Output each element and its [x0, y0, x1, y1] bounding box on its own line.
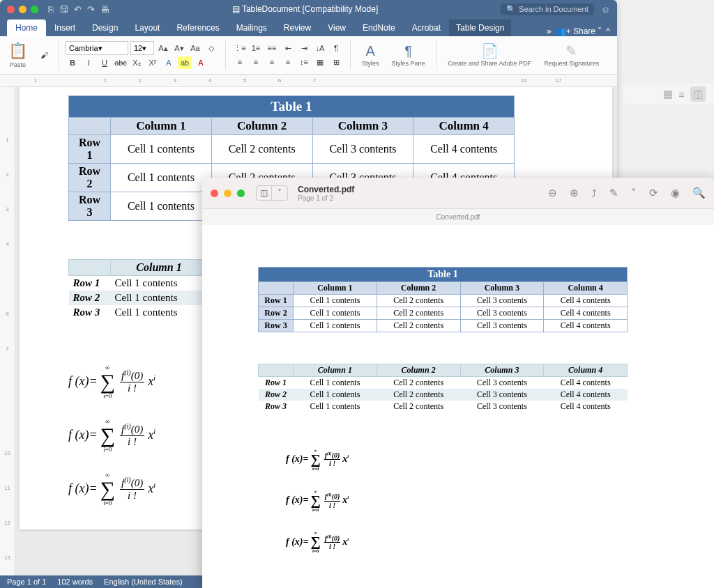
grow-font-icon[interactable]: A▴	[156, 42, 170, 54]
table-title: Table 1	[259, 268, 628, 282]
tab-layout[interactable]: Layout	[126, 20, 168, 36]
collapse-ribbon-icon[interactable]: ^	[606, 26, 610, 36]
table-cell: Cell 1 contents	[111, 192, 212, 221]
underline-button[interactable]: U	[98, 56, 112, 69]
col-header: Column 2	[377, 364, 460, 377]
tab-insert[interactable]: Insert	[46, 20, 84, 36]
chevron-down-icon[interactable]: ˅	[631, 187, 637, 199]
col-header: Column 1	[111, 118, 212, 135]
superscript-button[interactable]: X²	[146, 56, 160, 69]
table-cell: Cell 4 contents	[544, 389, 628, 401]
justify-icon[interactable]: ≡	[281, 56, 295, 68]
sort-icon[interactable]: ↓A	[313, 42, 327, 54]
columns-view-icon[interactable]: ◫	[690, 86, 706, 102]
styles-pane-button[interactable]: ¶ Styles Pane	[388, 43, 430, 68]
table-cell: Cell 2 contents	[211, 135, 312, 164]
paste-button[interactable]: 📋 Paste	[6, 42, 30, 68]
row-header: Row 2	[259, 307, 294, 320]
close-icon[interactable]	[211, 189, 218, 197]
autosave-icon[interactable]: ⎘	[48, 4, 54, 15]
table-cell: Cell 2 contents	[377, 307, 460, 320]
maximize-icon[interactable]	[31, 6, 38, 13]
align-right-icon[interactable]: ≡	[265, 56, 279, 68]
tab-acrobat[interactable]: Acrobat	[404, 20, 449, 36]
tab-table-design[interactable]: Table Design	[449, 20, 511, 36]
row-header: Row 3	[259, 320, 294, 332]
rotate-icon[interactable]: ⟳	[649, 187, 658, 199]
feedback-icon[interactable]: ☺	[601, 4, 610, 15]
horizontal-ruler[interactable]: 112345671617	[0, 75, 617, 87]
italic-button[interactable]: I	[82, 56, 96, 69]
show-marks-icon[interactable]: ¶	[329, 42, 343, 54]
highlight-icon[interactable]: ab	[178, 56, 192, 69]
numbering-icon[interactable]: 1≡	[249, 42, 263, 54]
shading-icon[interactable]: ▦	[313, 56, 327, 68]
table-header-empty	[259, 282, 294, 295]
table-cell: Cell 3 contents	[460, 401, 544, 412]
tab-mailings[interactable]: Mailings	[228, 20, 275, 36]
zoom-out-icon[interactable]: ⊖	[548, 187, 557, 199]
strikethrough-button[interactable]: abc	[114, 56, 128, 69]
zoom-in-icon[interactable]: ⊕	[570, 187, 579, 199]
page-indicator[interactable]: Page 1 of 1	[7, 578, 46, 586]
font-color-icon[interactable]: A	[194, 56, 208, 69]
search-box[interactable]: 🔍 Search in Document	[501, 3, 594, 15]
markup-icon[interactable]: ✎	[609, 187, 618, 199]
overflow-icon[interactable]: »	[547, 26, 552, 36]
subscript-button[interactable]: X₂	[130, 56, 144, 69]
highlight-icon[interactable]: ◉	[671, 187, 680, 199]
table-2[interactable]: Column 1 Row 1Cell 1 contents Row 2Cell …	[68, 259, 208, 320]
format-painter-icon[interactable]: 🖌	[37, 49, 51, 61]
clear-format-icon[interactable]: ◇	[204, 42, 218, 54]
minimize-icon[interactable]	[224, 189, 231, 197]
col-header: Column 3	[312, 118, 413, 135]
undo-icon[interactable]: ↶	[74, 4, 82, 15]
text-effects-icon[interactable]: A	[162, 56, 176, 69]
outdent-icon[interactable]: ⇤	[281, 42, 295, 54]
print-icon[interactable]: 🖶	[100, 4, 109, 15]
preview-content[interactable]: Table 1 Column 1Column 2Column 3Column 4…	[202, 225, 714, 588]
tab-design[interactable]: Design	[84, 20, 126, 36]
request-signatures-button[interactable]: ✎ Request Signatures	[540, 42, 603, 68]
tab-view[interactable]: View	[319, 20, 354, 36]
word-count[interactable]: 102 words	[57, 578, 93, 586]
tab-endnote[interactable]: EndNote	[354, 20, 404, 36]
vertical-ruler[interactable]: 12346710111213	[0, 87, 15, 575]
tab-home[interactable]: Home	[7, 20, 46, 36]
indent-icon[interactable]: ⇥	[297, 42, 311, 54]
list-view-icon[interactable]: ≡	[678, 88, 685, 100]
table-cell: Cell 1 contents	[294, 295, 377, 307]
row-header: Row 1	[69, 135, 111, 164]
save-icon[interactable]: 🖫	[59, 4, 68, 15]
align-center-icon[interactable]: ≡	[249, 56, 263, 68]
borders-icon[interactable]: ⊞	[329, 56, 343, 68]
multilevel-icon[interactable]: ≡≡	[265, 42, 279, 54]
grid-view-icon[interactable]: ▦	[663, 88, 673, 100]
language-indicator[interactable]: English (United States)	[104, 578, 183, 586]
bullets-icon[interactable]: ⋮≡	[233, 42, 247, 54]
row-header: Row 3	[69, 192, 111, 221]
minimize-icon[interactable]	[19, 6, 26, 13]
shrink-font-icon[interactable]: A▾	[172, 42, 186, 54]
align-left-icon[interactable]: ≡	[233, 56, 247, 68]
change-case-icon[interactable]: Aa	[188, 42, 202, 54]
sigma-icon: ∑∞i=0	[100, 477, 115, 501]
pdf-equation: f (x)= ∑∞i=0 f(i)(0)i ! xi	[286, 492, 658, 509]
ribbon-tabs: Home Insert Design Layout References Mai…	[0, 18, 617, 36]
sidebar-toggle[interactable]: ◫˅	[256, 185, 288, 201]
share-icon[interactable]: ⤴	[591, 187, 597, 199]
adobe-share-button[interactable]: 📄 Create and Share Adobe PDF	[444, 42, 536, 68]
close-icon[interactable]	[7, 6, 15, 13]
redo-icon[interactable]: ↷	[87, 4, 95, 15]
font-name-select[interactable]: Cambria ▾	[66, 41, 128, 55]
styles-button[interactable]: A Styles	[358, 43, 383, 68]
bold-button[interactable]: B	[66, 56, 79, 69]
table-cell: Cell 1 contents	[294, 389, 377, 401]
search-icon[interactable]: 🔍	[692, 187, 706, 199]
maximize-icon[interactable]	[237, 189, 245, 197]
line-spacing-icon[interactable]: ↕≡	[297, 56, 311, 68]
share-button[interactable]: 👥+ Share ˅	[556, 26, 602, 36]
tab-review[interactable]: Review	[275, 20, 319, 36]
font-size-select[interactable]: 12 ▾	[130, 41, 154, 55]
tab-references[interactable]: References	[168, 20, 227, 36]
